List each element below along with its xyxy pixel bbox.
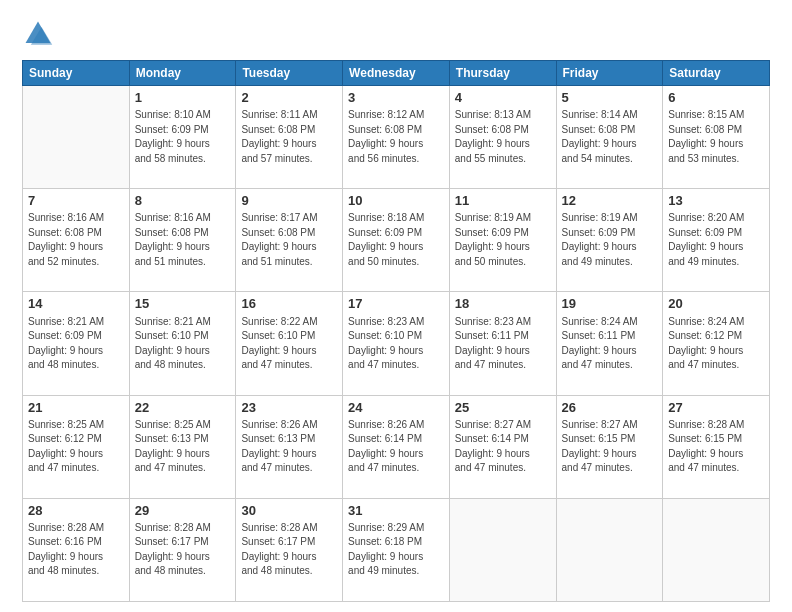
day-info: Sunrise: 8:26 AMSunset: 6:13 PMDaylight:… [241, 418, 337, 476]
week-row-0: 1Sunrise: 8:10 AMSunset: 6:09 PMDaylight… [23, 86, 770, 189]
day-info: Sunrise: 8:26 AMSunset: 6:14 PMDaylight:… [348, 418, 444, 476]
day-info: Sunrise: 8:10 AMSunset: 6:09 PMDaylight:… [135, 108, 231, 166]
day-number: 27 [668, 399, 764, 417]
day-info: Sunrise: 8:14 AMSunset: 6:08 PMDaylight:… [562, 108, 658, 166]
calendar-cell: 23Sunrise: 8:26 AMSunset: 6:13 PMDayligh… [236, 395, 343, 498]
day-number: 16 [241, 295, 337, 313]
calendar-cell: 29Sunrise: 8:28 AMSunset: 6:17 PMDayligh… [129, 498, 236, 601]
day-info: Sunrise: 8:27 AMSunset: 6:14 PMDaylight:… [455, 418, 551, 476]
day-number: 14 [28, 295, 124, 313]
calendar-cell [449, 498, 556, 601]
day-number: 23 [241, 399, 337, 417]
day-info: Sunrise: 8:17 AMSunset: 6:08 PMDaylight:… [241, 211, 337, 269]
day-number: 4 [455, 89, 551, 107]
calendar-cell: 17Sunrise: 8:23 AMSunset: 6:10 PMDayligh… [343, 292, 450, 395]
day-number: 3 [348, 89, 444, 107]
day-info: Sunrise: 8:27 AMSunset: 6:15 PMDaylight:… [562, 418, 658, 476]
calendar-cell: 4Sunrise: 8:13 AMSunset: 6:08 PMDaylight… [449, 86, 556, 189]
day-number: 6 [668, 89, 764, 107]
day-number: 28 [28, 502, 124, 520]
day-header-saturday: Saturday [663, 61, 770, 86]
day-header-wednesday: Wednesday [343, 61, 450, 86]
day-info: Sunrise: 8:28 AMSunset: 6:17 PMDaylight:… [135, 521, 231, 579]
calendar-cell: 28Sunrise: 8:28 AMSunset: 6:16 PMDayligh… [23, 498, 130, 601]
calendar-cell [23, 86, 130, 189]
day-info: Sunrise: 8:16 AMSunset: 6:08 PMDaylight:… [28, 211, 124, 269]
week-row-2: 14Sunrise: 8:21 AMSunset: 6:09 PMDayligh… [23, 292, 770, 395]
day-number: 21 [28, 399, 124, 417]
calendar-cell: 25Sunrise: 8:27 AMSunset: 6:14 PMDayligh… [449, 395, 556, 498]
header [22, 18, 770, 50]
day-info: Sunrise: 8:19 AMSunset: 6:09 PMDaylight:… [562, 211, 658, 269]
day-info: Sunrise: 8:24 AMSunset: 6:12 PMDaylight:… [668, 315, 764, 373]
calendar-cell: 18Sunrise: 8:23 AMSunset: 6:11 PMDayligh… [449, 292, 556, 395]
day-number: 30 [241, 502, 337, 520]
day-number: 9 [241, 192, 337, 210]
day-info: Sunrise: 8:21 AMSunset: 6:10 PMDaylight:… [135, 315, 231, 373]
day-number: 20 [668, 295, 764, 313]
calendar-cell: 1Sunrise: 8:10 AMSunset: 6:09 PMDaylight… [129, 86, 236, 189]
day-info: Sunrise: 8:23 AMSunset: 6:10 PMDaylight:… [348, 315, 444, 373]
calendar-cell: 7Sunrise: 8:16 AMSunset: 6:08 PMDaylight… [23, 189, 130, 292]
day-number: 25 [455, 399, 551, 417]
day-info: Sunrise: 8:28 AMSunset: 6:17 PMDaylight:… [241, 521, 337, 579]
day-number: 8 [135, 192, 231, 210]
calendar-table: SundayMondayTuesdayWednesdayThursdayFrid… [22, 60, 770, 602]
calendar-cell [556, 498, 663, 601]
day-number: 12 [562, 192, 658, 210]
day-number: 13 [668, 192, 764, 210]
logo-icon [22, 18, 54, 50]
day-info: Sunrise: 8:28 AMSunset: 6:15 PMDaylight:… [668, 418, 764, 476]
day-number: 17 [348, 295, 444, 313]
calendar-cell: 22Sunrise: 8:25 AMSunset: 6:13 PMDayligh… [129, 395, 236, 498]
day-number: 18 [455, 295, 551, 313]
day-info: Sunrise: 8:24 AMSunset: 6:11 PMDaylight:… [562, 315, 658, 373]
day-number: 22 [135, 399, 231, 417]
day-header-tuesday: Tuesday [236, 61, 343, 86]
day-number: 7 [28, 192, 124, 210]
calendar-cell: 30Sunrise: 8:28 AMSunset: 6:17 PMDayligh… [236, 498, 343, 601]
day-number: 10 [348, 192, 444, 210]
calendar-cell: 12Sunrise: 8:19 AMSunset: 6:09 PMDayligh… [556, 189, 663, 292]
day-info: Sunrise: 8:29 AMSunset: 6:18 PMDaylight:… [348, 521, 444, 579]
day-header-thursday: Thursday [449, 61, 556, 86]
day-info: Sunrise: 8:13 AMSunset: 6:08 PMDaylight:… [455, 108, 551, 166]
day-number: 5 [562, 89, 658, 107]
calendar-cell: 16Sunrise: 8:22 AMSunset: 6:10 PMDayligh… [236, 292, 343, 395]
calendar-cell: 21Sunrise: 8:25 AMSunset: 6:12 PMDayligh… [23, 395, 130, 498]
calendar-cell: 2Sunrise: 8:11 AMSunset: 6:08 PMDaylight… [236, 86, 343, 189]
day-number: 24 [348, 399, 444, 417]
day-info: Sunrise: 8:22 AMSunset: 6:10 PMDaylight:… [241, 315, 337, 373]
day-header-sunday: Sunday [23, 61, 130, 86]
day-number: 1 [135, 89, 231, 107]
day-info: Sunrise: 8:21 AMSunset: 6:09 PMDaylight:… [28, 315, 124, 373]
calendar-cell: 31Sunrise: 8:29 AMSunset: 6:18 PMDayligh… [343, 498, 450, 601]
calendar-cell: 6Sunrise: 8:15 AMSunset: 6:08 PMDaylight… [663, 86, 770, 189]
day-info: Sunrise: 8:18 AMSunset: 6:09 PMDaylight:… [348, 211, 444, 269]
day-info: Sunrise: 8:12 AMSunset: 6:08 PMDaylight:… [348, 108, 444, 166]
day-header-monday: Monday [129, 61, 236, 86]
day-info: Sunrise: 8:11 AMSunset: 6:08 PMDaylight:… [241, 108, 337, 166]
calendar-cell: 13Sunrise: 8:20 AMSunset: 6:09 PMDayligh… [663, 189, 770, 292]
week-row-1: 7Sunrise: 8:16 AMSunset: 6:08 PMDaylight… [23, 189, 770, 292]
calendar-cell: 5Sunrise: 8:14 AMSunset: 6:08 PMDaylight… [556, 86, 663, 189]
calendar-cell: 14Sunrise: 8:21 AMSunset: 6:09 PMDayligh… [23, 292, 130, 395]
day-number: 11 [455, 192, 551, 210]
day-info: Sunrise: 8:19 AMSunset: 6:09 PMDaylight:… [455, 211, 551, 269]
calendar-cell: 26Sunrise: 8:27 AMSunset: 6:15 PMDayligh… [556, 395, 663, 498]
calendar-cell: 10Sunrise: 8:18 AMSunset: 6:09 PMDayligh… [343, 189, 450, 292]
calendar-cell: 19Sunrise: 8:24 AMSunset: 6:11 PMDayligh… [556, 292, 663, 395]
calendar-cell: 15Sunrise: 8:21 AMSunset: 6:10 PMDayligh… [129, 292, 236, 395]
page: SundayMondayTuesdayWednesdayThursdayFrid… [0, 0, 792, 612]
calendar-cell: 9Sunrise: 8:17 AMSunset: 6:08 PMDaylight… [236, 189, 343, 292]
calendar-cell: 8Sunrise: 8:16 AMSunset: 6:08 PMDaylight… [129, 189, 236, 292]
day-info: Sunrise: 8:25 AMSunset: 6:12 PMDaylight:… [28, 418, 124, 476]
calendar-cell: 11Sunrise: 8:19 AMSunset: 6:09 PMDayligh… [449, 189, 556, 292]
day-info: Sunrise: 8:16 AMSunset: 6:08 PMDaylight:… [135, 211, 231, 269]
day-number: 19 [562, 295, 658, 313]
day-number: 2 [241, 89, 337, 107]
week-row-3: 21Sunrise: 8:25 AMSunset: 6:12 PMDayligh… [23, 395, 770, 498]
header-row: SundayMondayTuesdayWednesdayThursdayFrid… [23, 61, 770, 86]
day-info: Sunrise: 8:15 AMSunset: 6:08 PMDaylight:… [668, 108, 764, 166]
day-info: Sunrise: 8:28 AMSunset: 6:16 PMDaylight:… [28, 521, 124, 579]
